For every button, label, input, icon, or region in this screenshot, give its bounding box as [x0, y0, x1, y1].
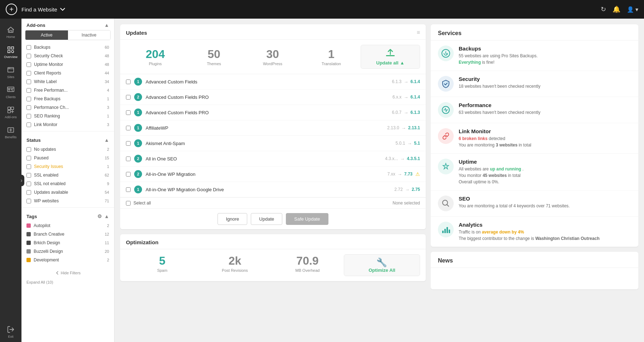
- status-count: 62: [105, 173, 109, 177]
- status-items-list: No updates2Paused15Security Issues1SSL e…: [21, 145, 114, 205]
- sidebar-item-sites[interactable]: Sites: [0, 62, 21, 82]
- refresh-icon[interactable]: ↻: [601, 5, 606, 13]
- addon-count: 3: [107, 122, 109, 127]
- user-menu[interactable]: 👤 ▾: [627, 6, 638, 13]
- addon-checkbox[interactable]: [26, 45, 31, 50]
- plugin-checkbox[interactable]: [126, 141, 131, 146]
- bell-icon[interactable]: 🔔: [613, 5, 620, 13]
- sidebar-status-item[interactable]: No updates2: [21, 145, 114, 154]
- select-all-checkbox[interactable]: [126, 201, 131, 206]
- addon-checkbox[interactable]: [26, 80, 31, 84]
- sidebar-status-item[interactable]: SSL not enabled9: [21, 179, 114, 188]
- sidebar-tag-item[interactable]: Buzzelli Design20: [21, 247, 114, 256]
- plugin-list: 1 Advanced Custom Fields 6.1.3 → 6.1.4 2…: [120, 74, 426, 197]
- sidebar-addon-item[interactable]: Client Reports44: [21, 69, 114, 77]
- sidebar-status-item[interactable]: SSL enabled62: [21, 171, 114, 179]
- select-all-label[interactable]: Select all: [133, 201, 151, 206]
- sidebar-tag-item[interactable]: Development2: [21, 256, 114, 264]
- plugin-checkbox[interactable]: [126, 110, 131, 115]
- sidebar-tag-item[interactable]: Branch Creative12: [21, 230, 114, 239]
- plugin-checkbox[interactable]: [126, 95, 131, 100]
- sidebar-tag-item[interactable]: Brkich Design11: [21, 239, 114, 247]
- ignore-button[interactable]: Ignore: [218, 213, 247, 225]
- arrow-right-icon: →: [404, 110, 408, 115]
- sidebar-addon-item[interactable]: White Label34: [21, 77, 114, 86]
- addons-collapse-btn[interactable]: ▲: [104, 22, 109, 28]
- sidebar-item-home[interactable]: Home: [0, 22, 21, 42]
- addon-checkbox[interactable]: [26, 114, 31, 119]
- status-collapse-btn[interactable]: ▲: [104, 137, 109, 143]
- expand-all-label[interactable]: Expand All (10): [21, 279, 114, 286]
- plugin-checkbox[interactable]: [126, 187, 131, 192]
- tab-active[interactable]: Active: [25, 30, 68, 40]
- plugin-checkbox[interactable]: [126, 80, 131, 84]
- status-checkbox[interactable]: [26, 164, 31, 169]
- addon-checkbox[interactable]: [26, 97, 31, 101]
- themes-count: 50: [186, 48, 242, 61]
- status-checkbox[interactable]: [26, 173, 31, 178]
- plugin-version-new: 6.1.3: [410, 110, 420, 115]
- arrow-right-icon: →: [400, 156, 405, 162]
- sidebar-status-item[interactable]: Paused15: [21, 154, 114, 162]
- opt-stats-row: 5 Spam 2k Post Revisions 70.9 MB Overhea…: [120, 249, 426, 281]
- update-all-button[interactable]: Update all ▲: [362, 48, 418, 66]
- plugin-checkbox[interactable]: [126, 156, 131, 161]
- plugin-checkbox[interactable]: [126, 172, 131, 177]
- tag-color-dot: [26, 249, 31, 254]
- sidebar-addon-item[interactable]: Backups60: [21, 43, 114, 52]
- status-checkbox[interactable]: [26, 182, 31, 186]
- find-website-button[interactable]: Find a Website: [21, 6, 65, 13]
- sidebar-addon-item[interactable]: Link Monitor3: [21, 120, 114, 129]
- plugin-version-new: 2.13.1: [408, 125, 420, 130]
- addon-checkbox[interactable]: [26, 105, 31, 110]
- upload-icon: [385, 48, 395, 58]
- sidebar-addon-item[interactable]: Free Performan...4: [21, 86, 114, 95]
- addon-checkbox[interactable]: [26, 71, 31, 76]
- add-button[interactable]: +: [6, 4, 17, 15]
- optimize-all-label[interactable]: Optimize All: [369, 268, 395, 273]
- sidebar-status-item[interactable]: WP websites71: [21, 197, 114, 205]
- addon-checkbox[interactable]: [26, 62, 31, 67]
- tags-collapse-btn[interactable]: ▲: [104, 213, 109, 219]
- sidebar-item-addons[interactable]: Add-ons: [0, 102, 21, 122]
- plugin-badge: 2: [134, 155, 142, 163]
- addon-checkbox[interactable]: [26, 122, 31, 127]
- sidebar-tag-item[interactable]: Autopilot2: [21, 221, 114, 230]
- sidebar-addon-item[interactable]: Performance Ch...3: [21, 103, 114, 112]
- sidebar-addon-item[interactable]: Security Check48: [21, 52, 114, 60]
- sidebar-addon-item[interactable]: Uptime Monitor48: [21, 60, 114, 69]
- service-description: 63 websites haven't been checked recentl…: [459, 109, 631, 116]
- status-checkbox[interactable]: [26, 199, 31, 203]
- sidebar-status-item[interactable]: Security Issues1: [21, 162, 114, 171]
- sidebar-item-benefits[interactable]: Benefits: [0, 122, 21, 143]
- status-checkbox[interactable]: [26, 156, 31, 160]
- sidebar-item-exit[interactable]: Exit: [0, 322, 21, 342]
- sidebar-item-overview[interactable]: Overview: [0, 42, 21, 62]
- addon-checkbox[interactable]: [26, 88, 31, 93]
- plugin-version-new: 6.1.4: [410, 95, 420, 100]
- optimization-card-title: Optimization: [126, 239, 158, 245]
- status-checkbox[interactable]: [26, 147, 31, 152]
- nav-collapse-arrow[interactable]: ›: [19, 175, 24, 186]
- tab-inactive[interactable]: Inactive: [68, 30, 111, 40]
- updates-menu-icon[interactable]: ≡: [417, 29, 420, 36]
- safe-update-button[interactable]: Safe Update: [286, 213, 328, 225]
- update-button[interactable]: Update: [251, 213, 282, 225]
- plugin-row: 1 Advanced Custom Fields 6.1.3 → 6.1.4: [120, 74, 426, 90]
- status-count: 71: [105, 199, 109, 203]
- sidebar-addon-item[interactable]: Free Backups1: [21, 95, 114, 103]
- plugin-badge: 1: [134, 139, 142, 147]
- update-all-box[interactable]: Update all ▲: [361, 45, 420, 69]
- plugin-checkbox[interactable]: [126, 126, 131, 130]
- opt-spam: 5 Spam: [126, 254, 199, 276]
- optimize-all-box[interactable]: 🔧 Optimize All: [344, 254, 420, 276]
- status-count: 9: [107, 182, 109, 186]
- hide-filters-btn[interactable]: Hide Filters: [21, 267, 114, 279]
- sidebar-addon-item[interactable]: SEO Ranking1: [21, 112, 114, 120]
- sidebar-item-clients[interactable]: Clients: [0, 82, 21, 102]
- addon-checkbox[interactable]: [26, 54, 31, 58]
- tags-settings-btn[interactable]: ⚙: [97, 213, 102, 219]
- arrow-right-icon: →: [397, 172, 402, 177]
- status-checkbox[interactable]: [26, 190, 31, 195]
- sidebar-status-item[interactable]: Updates available54: [21, 188, 114, 197]
